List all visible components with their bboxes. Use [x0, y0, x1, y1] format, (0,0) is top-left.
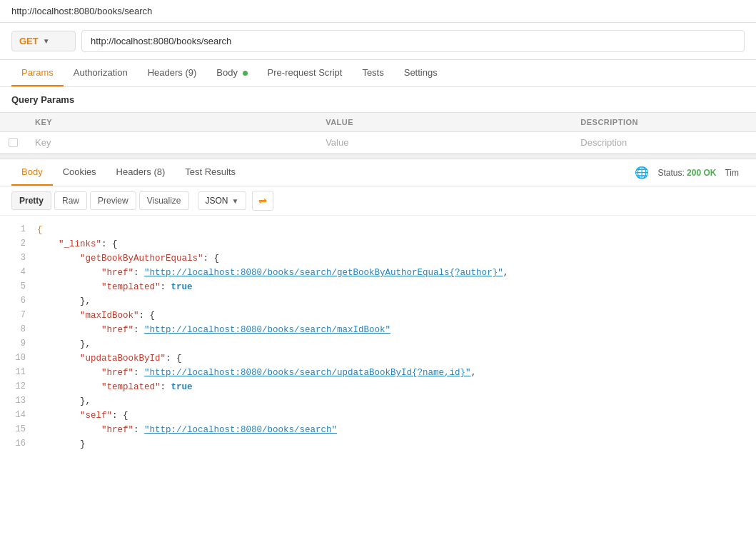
key-cell[interactable]: Key [26, 132, 317, 154]
params-table: KEY VALUE DESCRIPTION Key Value Descript… [0, 112, 756, 154]
visualize-button[interactable]: Visualize [139, 191, 189, 210]
section-divider [0, 154, 756, 159]
json-line-1: 1 { [11, 223, 745, 237]
method-select[interactable]: GET ▼ [11, 31, 76, 51]
value-cell[interactable]: Value [317, 132, 572, 154]
section-query-params: Query Params [0, 87, 756, 112]
json-line-7: 7 "maxIdBook": { [11, 309, 745, 323]
wrap-button[interactable]: ⇌ [252, 191, 273, 211]
response-tab-cookies[interactable]: Cookies [53, 159, 106, 186]
desc-cell[interactable]: Description [572, 132, 756, 154]
chevron-down-icon: ▼ [232, 197, 239, 205]
json-line-2: 2 "_links": { [11, 237, 745, 251]
col-checkbox-header [0, 113, 26, 132]
method-label: GET [19, 36, 39, 46]
tab-settings[interactable]: Settings [394, 60, 448, 86]
status-label: Status: 200 OK [657, 168, 716, 178]
col-key-header: KEY [26, 113, 317, 132]
request-bar: GET ▼ [0, 23, 756, 60]
href-link-4[interactable]: "http://localhost:8080/books/search" [144, 425, 337, 435]
tab-body[interactable]: Body [206, 60, 257, 86]
response-toolbar: Pretty Raw Preview Visualize JSON ▼ ⇌ [0, 186, 756, 216]
json-line-4: 4 "href": "http://localhost:8080/books/s… [11, 266, 745, 280]
json-body: 1 { 2 "_links": { 3 "getBookByAuthorEqua… [0, 216, 756, 459]
tab-tests[interactable]: Tests [352, 60, 393, 86]
response-tab-body[interactable]: Body [11, 159, 53, 186]
json-line-8: 8 "href": "http://localhost:8080/books/s… [11, 323, 745, 337]
json-label: JSON [206, 196, 228, 206]
json-format-select[interactable]: JSON ▼ [198, 191, 247, 210]
json-line-3: 3 "getBookByAuthorEquals": { [11, 251, 745, 266]
url-input[interactable] [81, 30, 745, 52]
json-line-12: 12 "templated": true [11, 380, 745, 394]
url-breadcrumb[interactable]: http://localhost:8080/books/search [11, 6, 152, 16]
tab-prerequest[interactable]: Pre-request Script [258, 60, 353, 86]
tab-params[interactable]: Params [11, 60, 64, 86]
response-tabs-bar: Body Cookies Headers (8) Test Results 🌐 … [0, 159, 756, 186]
time-label: Tim [725, 168, 739, 178]
json-line-10: 10 "updataBookById": { [11, 351, 745, 366]
row-checkbox[interactable] [9, 138, 18, 147]
globe-icon: 🌐 [635, 166, 649, 179]
top-bar: http://localhost:8080/books/search [0, 0, 756, 23]
chevron-down-icon: ▼ [43, 37, 50, 45]
col-value-header: VALUE [317, 113, 572, 132]
request-tabs-bar: Params Authorization Headers (9) Body Pr… [0, 60, 756, 87]
pretty-button[interactable]: Pretty [11, 191, 51, 210]
json-line-13: 13 }, [11, 394, 745, 409]
col-desc-header: DESCRIPTION [572, 113, 756, 132]
href-link-2[interactable]: "http://localhost:8080/books/search/maxI… [144, 325, 390, 335]
response-tab-headers[interactable]: Headers (8) [106, 159, 176, 186]
href-link-1[interactable]: "http://localhost:8080/books/search/getB… [144, 268, 503, 278]
body-active-dot [243, 71, 248, 76]
tab-headers[interactable]: Headers (9) [138, 60, 207, 86]
raw-button[interactable]: Raw [54, 191, 87, 210]
status-value: 200 OK [687, 168, 716, 178]
json-line-15: 15 "href": "http://localhost:8080/books/… [11, 423, 745, 437]
json-line-6: 6 }, [11, 294, 745, 309]
json-line-5: 5 "templated": true [11, 280, 745, 294]
href-link-3[interactable]: "http://localhost:8080/books/search/upda… [144, 368, 471, 378]
status-area: 🌐 Status: 200 OK Tim [635, 166, 745, 179]
response-tab-testresults[interactable]: Test Results [175, 159, 246, 186]
json-line-11: 11 "href": "http://localhost:8080/books/… [11, 366, 745, 380]
preview-button[interactable]: Preview [90, 191, 136, 210]
json-line-14: 14 "self": { [11, 409, 745, 423]
json-line-9: 9 }, [11, 337, 745, 351]
tab-authorization[interactable]: Authorization [64, 60, 138, 86]
table-row: Key Value Description [0, 132, 756, 154]
json-line-16: 16 } [11, 437, 745, 451]
